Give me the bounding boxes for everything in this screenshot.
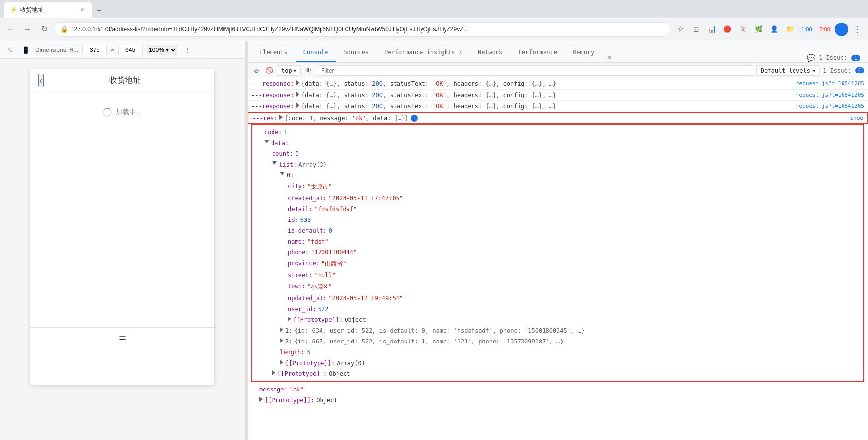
browser-tab-active[interactable]: ⚡ 收货地址 ✕ xyxy=(4,2,92,18)
is-default-val: 0 xyxy=(328,227,332,234)
address-bar[interactable]: 🔒 127.0.0.1:5173/address-list?orderInfo=… xyxy=(54,22,670,37)
tab-close-button[interactable]: ✕ xyxy=(78,6,86,14)
mobile-page-title: 收货地址 xyxy=(44,75,206,86)
item1-expand-arrow[interactable] xyxy=(280,327,283,332)
loading-text: 加载中... xyxy=(116,108,142,117)
id-key: id: xyxy=(288,217,298,223)
data-key-line: data: xyxy=(252,138,863,148)
console-link-2[interactable]: request.js?t=16841205 xyxy=(786,92,864,98)
tab-memory[interactable]: Memory xyxy=(565,44,602,62)
tab-elements[interactable]: Elements xyxy=(251,44,296,62)
message-key: message: xyxy=(259,386,288,393)
name-val: "fdsf" xyxy=(307,238,328,245)
expand-arrow-1[interactable] xyxy=(296,80,299,85)
ext2-button[interactable]: 🃏 xyxy=(736,23,750,36)
name-key: name: xyxy=(288,238,305,245)
res-link[interactable]: inde xyxy=(841,115,864,121)
message-line: message: "ok" xyxy=(248,384,868,395)
expand-arrow-2[interactable] xyxy=(296,92,299,97)
id-val: 633 xyxy=(300,217,311,223)
count-line: count: 3 xyxy=(252,148,863,159)
prototype-array-line: [[Prototype]]: Array(0) xyxy=(252,358,863,368)
prototype-obj2-expand[interactable] xyxy=(259,397,263,402)
mobile-loading: 加载中... xyxy=(30,93,214,131)
res-expand-arrow[interactable] xyxy=(279,115,283,120)
data-expand-arrow[interactable] xyxy=(264,140,269,143)
screencap-button[interactable]: ⊡ xyxy=(689,23,703,36)
ext3-button[interactable]: 🌿 xyxy=(752,23,766,36)
tab-performance-insights-label: Performance insights ⚡ xyxy=(384,49,462,56)
dimension-separator: × xyxy=(111,47,114,53)
response-prefix-3: ---response: xyxy=(251,103,294,110)
list-expand-arrow[interactable] xyxy=(272,161,277,165)
toolbar-actions: ☆ ⊡ 📊 🔴 🃏 🌿 👤 📁 1:00 3:00 ⋮ xyxy=(673,23,864,36)
ext-count-badge2[interactable]: 3:00 xyxy=(818,26,833,33)
length-line: length: 3 xyxy=(252,347,863,358)
console-line-response2: ---response: {data: {…}, status: 200, st… xyxy=(248,90,868,101)
code-line: code: 1 xyxy=(252,127,863,138)
console-line-response1: ---response: {data: {…}, status: 200, st… xyxy=(248,78,868,90)
province-line: province: "山西省" xyxy=(252,258,863,270)
tab-performance[interactable]: Performance xyxy=(510,44,565,62)
response-prefix-2: ---response: xyxy=(251,92,294,98)
prototype0-expand[interactable] xyxy=(288,317,291,321)
res-prefix: ---res: xyxy=(252,115,277,122)
forward-button[interactable]: → xyxy=(21,23,34,36)
ext-count-badge[interactable]: 1:00 xyxy=(799,26,814,33)
console-link-1[interactable]: request.js?t=16841205 xyxy=(786,80,864,87)
info-icon: i xyxy=(411,115,418,122)
bookmark-button[interactable]: ☆ xyxy=(673,23,687,36)
pointer-icon[interactable]: ↖ xyxy=(4,44,16,56)
item2-expand-arrow[interactable] xyxy=(280,338,283,343)
more-options-icon[interactable]: ⋮ xyxy=(181,44,193,56)
eye-icon-button[interactable]: 👁 xyxy=(304,66,314,75)
tab-console[interactable]: Console xyxy=(296,44,336,62)
mobile-back-button[interactable]: ‹ xyxy=(38,74,44,87)
refresh-button[interactable]: ↻ xyxy=(37,23,51,36)
devtools-chat-icon[interactable]: 💬 xyxy=(807,54,815,62)
expand-arrow-3[interactable] xyxy=(296,103,299,108)
item0-expand-arrow[interactable] xyxy=(280,172,285,175)
ext4-button[interactable]: 👤 xyxy=(768,23,781,36)
console-link-3[interactable]: request.js?t=16841205 xyxy=(786,103,864,109)
item1-key: 1: xyxy=(285,327,292,334)
tab-performance-insights[interactable]: Performance insights ⚡ xyxy=(376,44,470,62)
tab-sources-label: Sources xyxy=(344,49,369,56)
console-clear-button[interactable]: 🚫 xyxy=(264,66,274,75)
loading-spinner xyxy=(103,108,112,117)
mobile-header: ‹ 收货地址 xyxy=(30,69,214,93)
tab-more-button[interactable]: » xyxy=(602,52,617,62)
mobile-icon[interactable]: 📱 xyxy=(20,44,31,56)
detail-val: "fdsfdsfdsf" xyxy=(315,206,357,213)
town-key: town: xyxy=(288,283,305,290)
more-button[interactable]: ⋮ xyxy=(850,23,864,36)
ext5-button[interactable]: 📁 xyxy=(783,23,797,36)
length-key: length: xyxy=(280,349,305,356)
main-area: ↖ 📱 Dimensions: R... × 100% ▾ ⋮ ‹ 收货地址 xyxy=(0,41,868,440)
response-prefix-1: ---response: xyxy=(251,80,294,87)
ext1-button[interactable]: 🔴 xyxy=(720,23,734,36)
prototype-obj1-expand[interactable] xyxy=(272,370,275,375)
console-output: ---response: {data: {…}, status: 200, st… xyxy=(248,78,868,440)
default-levels-dropdown[interactable]: Default levels ▾ xyxy=(756,65,820,76)
back-button[interactable]: ← xyxy=(4,23,18,36)
city-val: "太原市" xyxy=(307,183,332,191)
context-dropdown[interactable]: top ▾ xyxy=(277,65,301,76)
tab-network[interactable]: Network xyxy=(470,44,511,62)
prototype-array-expand[interactable] xyxy=(280,360,283,365)
list-key: list: xyxy=(279,161,297,168)
phone-key: phone: xyxy=(288,249,309,256)
width-input[interactable] xyxy=(82,45,107,55)
cast-button[interactable]: 📊 xyxy=(705,23,719,36)
tab-sources[interactable]: Sources xyxy=(336,44,376,62)
tab-performance-label: Performance xyxy=(518,49,557,56)
height-input[interactable] xyxy=(118,45,143,55)
url-text: 127.0.0.1:5173/address-list?orderInfo=JT… xyxy=(71,26,664,33)
filter-input[interactable] xyxy=(317,65,753,76)
zoom-select[interactable]: 100% ▾ xyxy=(147,45,177,55)
prototype0-line: [[Prototype]]: Object xyxy=(252,315,863,325)
created-at-line: created_at: "2023-05-11 17:47:05" xyxy=(252,193,863,204)
console-stop-button[interactable]: ⊘ xyxy=(251,66,261,75)
profile-button[interactable] xyxy=(835,23,848,36)
new-tab-button[interactable]: + xyxy=(92,4,106,18)
